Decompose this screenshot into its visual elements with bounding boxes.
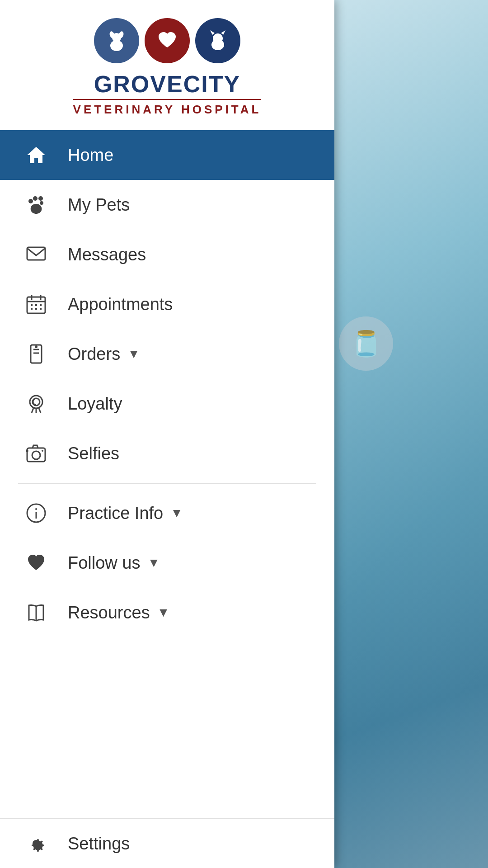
- nav-item-selfies[interactable]: Selfies: [0, 429, 334, 478]
- svg-point-35: [32, 451, 40, 459]
- nav-drawer: GroveCity Veterinary Hospital Home: [0, 0, 334, 868]
- logo-icons: [94, 18, 240, 63]
- nav-item-settings[interactable]: Settings: [0, 818, 334, 868]
- heart-circle: [145, 18, 190, 63]
- home-icon: [18, 137, 54, 173]
- logo-name: GroveCity: [73, 71, 262, 97]
- loyalty-label: Loyalty: [68, 394, 122, 414]
- nav-item-orders[interactable]: Orders ▼: [0, 329, 334, 379]
- info-icon: [18, 495, 54, 531]
- nav-item-follow-us[interactable]: Follow us ▼: [0, 538, 334, 588]
- right-background: 🫙: [334, 0, 488, 868]
- logo-subtitle: Veterinary Hospital: [73, 99, 262, 117]
- nav-item-messages[interactable]: Messages: [0, 230, 334, 279]
- nav-list: Home My Pets Me: [0, 130, 334, 818]
- svg-point-10: [33, 196, 38, 201]
- practice-info-arrow: ▼: [170, 506, 183, 520]
- nav-item-resources[interactable]: Resources ▼: [0, 588, 334, 637]
- dog-circle: [94, 18, 139, 63]
- logo-grove: Grove: [94, 71, 183, 97]
- decoration-circle: 🫙: [339, 316, 393, 371]
- logo-area: GroveCity Veterinary Hospital: [0, 0, 334, 130]
- nav-item-home[interactable]: Home: [0, 130, 334, 180]
- nav-item-practice-info[interactable]: Practice Info ▼: [0, 488, 334, 538]
- selfies-icon: [18, 435, 54, 472]
- bg-image: [334, 0, 488, 868]
- logo-text: GroveCity Veterinary Hospital: [73, 71, 262, 117]
- paw-icon: [18, 187, 54, 223]
- cat-circle: [195, 18, 240, 63]
- nav-item-loyalty[interactable]: Loyalty: [0, 379, 334, 429]
- svg-point-28: [35, 345, 38, 348]
- home-label: Home: [68, 146, 113, 165]
- book-icon: [18, 594, 54, 631]
- nav-divider: [18, 483, 316, 484]
- follow-us-label: Follow us: [68, 553, 141, 573]
- svg-point-5: [213, 33, 223, 43]
- orders-icon: [18, 336, 54, 372]
- heart-icon: [18, 545, 54, 581]
- svg-point-41: [35, 508, 37, 510]
- notification-area: ✉ 5: [479, 14, 488, 50]
- messages-icon: [18, 236, 54, 273]
- svg-line-31: [32, 408, 33, 413]
- svg-point-29: [30, 396, 42, 408]
- follow-us-arrow: ▼: [148, 556, 160, 570]
- orders-label: Orders: [68, 344, 120, 364]
- logo-city: City: [183, 71, 240, 97]
- notification-icon[interactable]: ✉ 5: [479, 14, 488, 50]
- my-pets-label: My Pets: [68, 195, 130, 215]
- svg-marker-7: [221, 30, 225, 35]
- settings-icon: [18, 826, 54, 862]
- svg-point-12: [40, 201, 43, 205]
- svg-rect-13: [27, 247, 45, 260]
- svg-marker-8: [27, 147, 45, 163]
- messages-label: Messages: [68, 245, 146, 264]
- settings-label: Settings: [68, 834, 130, 854]
- svg-point-36: [42, 450, 43, 452]
- appointments-label: Appointments: [68, 295, 173, 314]
- nav-item-appointments[interactable]: Appointments: [0, 279, 334, 329]
- resources-label: Resources: [68, 603, 150, 623]
- selfies-label: Selfies: [68, 444, 119, 463]
- calendar-icon: [18, 286, 54, 322]
- practice-info-label: Practice Info: [68, 504, 163, 523]
- svg-point-9: [28, 199, 33, 203]
- orders-arrow: ▼: [127, 347, 140, 361]
- nav-item-my-pets[interactable]: My Pets: [0, 180, 334, 230]
- svg-point-11: [38, 196, 43, 201]
- svg-line-32: [39, 408, 41, 413]
- svg-marker-6: [210, 30, 215, 35]
- loyalty-icon: [18, 386, 54, 422]
- resources-arrow: ▼: [157, 605, 170, 620]
